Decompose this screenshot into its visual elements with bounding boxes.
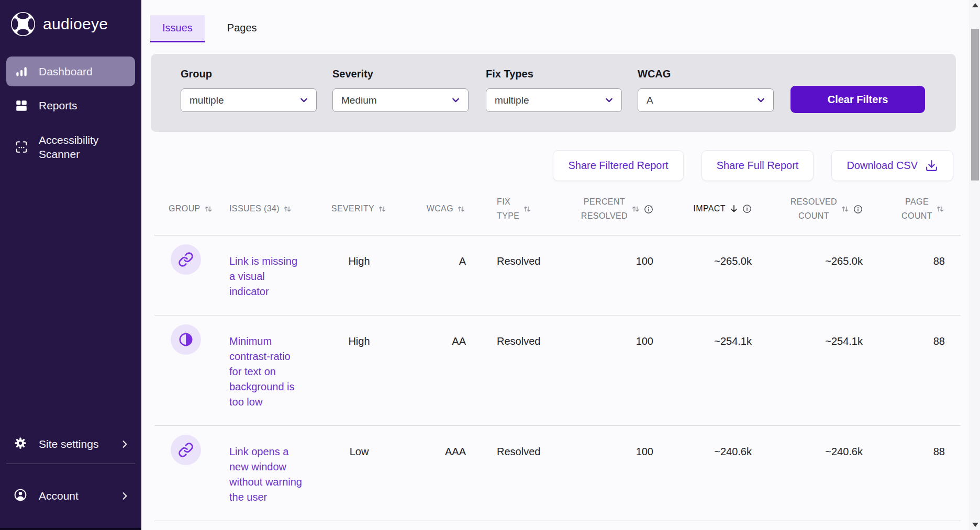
- scrollbar-down-arrow-icon[interactable]: [972, 523, 978, 527]
- severity-cell: High: [331, 244, 387, 299]
- chevron-right-icon: [119, 439, 130, 449]
- filter-group-severity: Severity Medium: [332, 68, 469, 112]
- column-header-group[interactable]: GROUP: [169, 202, 229, 216]
- sort-icon: [378, 205, 387, 213]
- sidebar-footer: Site settings Account: [0, 425, 141, 528]
- table-row: Link is missing a visual indicator High …: [154, 235, 961, 315]
- sort-icon: [457, 205, 466, 213]
- group-select[interactable]: multiple: [181, 88, 317, 112]
- column-header-resolved-count[interactable]: RESOLVEDCOUNT: [752, 195, 863, 223]
- column-header-impact[interactable]: IMPACT: [653, 202, 752, 216]
- chevron-down-icon: [604, 95, 614, 105]
- impact-cell: ~254.1k: [653, 324, 752, 410]
- chevron-down-icon: [299, 95, 309, 105]
- severity-cell: Low: [331, 435, 387, 505]
- chevron-down-icon: [756, 95, 766, 105]
- filter-group-group: Group multiple: [181, 68, 317, 112]
- sidebar-item-account[interactable]: Account: [0, 464, 141, 528]
- column-header-wcag[interactable]: WCAG: [387, 202, 466, 216]
- download-csv-button[interactable]: Download CSV: [831, 150, 953, 181]
- info-icon[interactable]: [853, 205, 863, 214]
- sort-icon: [523, 205, 532, 213]
- issue-link[interactable]: Link is missing a visual indicator: [229, 254, 303, 299]
- scanner-icon: [15, 140, 28, 154]
- sort-icon: [204, 205, 213, 213]
- table-row: Link opens a new window without warning …: [154, 426, 961, 521]
- select-value: A: [647, 95, 653, 106]
- page-count-cell: 88: [863, 435, 945, 505]
- resolved-count-cell: ~240.6k: [752, 435, 863, 505]
- brand-logo[interactable]: audioeye: [0, 0, 141, 37]
- sidebar-item-reports[interactable]: Reports: [6, 91, 135, 120]
- sort-desc-icon: [729, 204, 739, 213]
- fix-type-cell: Resolved: [466, 324, 565, 410]
- issues-table: GROUP ISSUES (34) SEVERITY WCAG FIXTYPE: [154, 181, 961, 521]
- info-icon[interactable]: [644, 205, 653, 214]
- audioeye-logo-icon: [10, 12, 36, 37]
- vertical-scrollbar[interactable]: [970, 0, 980, 530]
- group-icon-cell: [169, 324, 229, 410]
- sort-icon: [631, 205, 640, 213]
- issue-cell: Link is missing a visual indicator: [229, 244, 331, 299]
- app-window: audioeye Dashboard: [0, 0, 980, 530]
- column-header-issues[interactable]: ISSUES (34): [229, 202, 331, 216]
- sidebar-item-site-settings[interactable]: Site settings: [0, 425, 141, 464]
- filter-group-wcag: WCAG A: [638, 68, 774, 112]
- sort-icon: [936, 205, 945, 213]
- table-header-row: GROUP ISSUES (34) SEVERITY WCAG FIXTYPE: [154, 181, 961, 235]
- share-full-report-button[interactable]: Share Full Report: [701, 150, 814, 181]
- tab-label: Pages: [227, 22, 257, 34]
- issue-link[interactable]: Minimum contrast-ratio for text on backg…: [229, 334, 303, 410]
- share-filtered-report-button[interactable]: Share Filtered Report: [553, 150, 683, 181]
- sidebar: audioeye Dashboard: [0, 0, 141, 530]
- severity-cell: High: [331, 324, 387, 410]
- report-actions: Share Filtered Report Share Full Report …: [141, 150, 953, 181]
- percent-resolved-cell: 100: [565, 244, 653, 299]
- column-header-percent-resolved[interactable]: PERCENTRESOLVED: [565, 195, 653, 223]
- bar-chart-icon: [15, 65, 28, 78]
- button-label: Share Filtered Report: [568, 160, 668, 172]
- select-value: Medium: [341, 95, 377, 106]
- wcag-cell: A: [387, 244, 466, 299]
- table-row: Minimum contrast-ratio for text on backg…: [154, 315, 961, 426]
- button-label: Download CSV: [847, 160, 918, 172]
- clear-filters-button[interactable]: Clear Filters: [790, 86, 925, 113]
- fix-types-select[interactable]: multiple: [486, 88, 622, 112]
- fix-type-cell: Resolved: [466, 435, 565, 505]
- impact-cell: ~265.0k: [653, 244, 752, 299]
- column-header-page-count[interactable]: PAGECOUNT: [863, 195, 945, 223]
- filter-label: Fix Types: [486, 68, 622, 80]
- button-label: Share Full Report: [717, 160, 799, 172]
- column-header-severity[interactable]: SEVERITY: [331, 202, 387, 216]
- chevron-right-icon: [119, 491, 130, 501]
- percent-resolved-cell: 100: [565, 324, 653, 410]
- sidebar-item-label: Site settings: [39, 438, 108, 450]
- info-icon[interactable]: [742, 204, 752, 213]
- sidebar-item-dashboard[interactable]: Dashboard: [6, 57, 135, 86]
- sidebar-nav: Dashboard Reports: [0, 37, 141, 169]
- fix-type-cell: Resolved: [466, 244, 565, 299]
- tab-pages[interactable]: Pages: [215, 15, 269, 42]
- resolved-count-cell: ~254.1k: [752, 324, 863, 410]
- gear-icon: [14, 436, 27, 453]
- impact-cell: ~240.6k: [653, 435, 752, 505]
- sidebar-item-accessibility-scanner[interactable]: Accessibility Scanner: [6, 125, 135, 170]
- filter-panel: Group multiple Severity Medium: [151, 54, 956, 132]
- issue-link[interactable]: Link opens a new window without warning …: [229, 444, 303, 505]
- percent-resolved-cell: 100: [565, 435, 653, 505]
- wcag-select[interactable]: A: [638, 88, 774, 112]
- group-icon-cell: [169, 244, 229, 299]
- resolved-count-cell: ~265.0k: [752, 244, 863, 299]
- scrollbar-thumb[interactable]: [971, 29, 979, 181]
- filter-label: Group: [181, 68, 317, 80]
- account-icon: [14, 488, 27, 504]
- column-header-fix-type[interactable]: FIXTYPE: [466, 195, 565, 223]
- sidebar-item-label: Account: [39, 490, 108, 502]
- sort-icon: [841, 205, 850, 213]
- page-count-cell: 88: [863, 244, 945, 299]
- scrollbar-up-arrow-icon[interactable]: [972, 3, 978, 7]
- main-content: Issues Pages Group multiple Severity Med…: [141, 0, 970, 530]
- tab-issues[interactable]: Issues: [150, 15, 205, 42]
- severity-select[interactable]: Medium: [332, 88, 469, 112]
- tab-label: Issues: [162, 22, 193, 34]
